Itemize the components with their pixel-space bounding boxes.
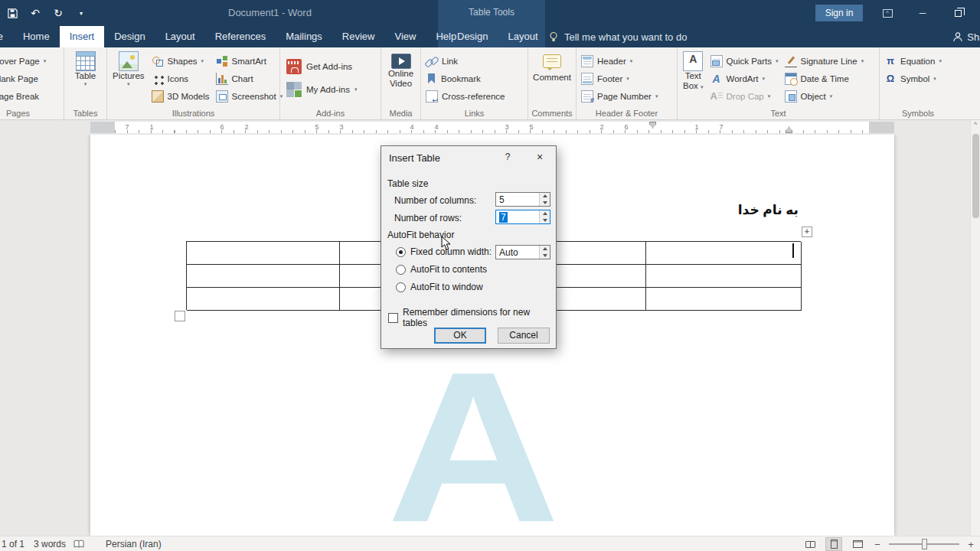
web-layout-button[interactable] <box>849 537 866 551</box>
dialog-title: Insert Table <box>389 152 440 164</box>
table-cell[interactable] <box>187 265 340 288</box>
signature-line-button[interactable]: Signature Line ▾ <box>782 52 867 70</box>
pictures-button[interactable]: Pictures ▾ <box>109 47 149 87</box>
tab-home[interactable]: Home <box>13 26 60 47</box>
undo-button[interactable]: ↶ <box>28 5 43 21</box>
table-move-handle[interactable]: + <box>802 227 812 237</box>
page-indicator[interactable]: 1 of 1 <box>2 539 24 549</box>
chart-button[interactable]: Chart <box>213 70 286 87</box>
ruler-number: 7 <box>125 123 129 131</box>
rows-value[interactable]: 7 <box>499 212 508 223</box>
tab-references[interactable]: References <box>205 26 276 47</box>
tab-layout[interactable]: Layout <box>155 26 205 47</box>
ok-button[interactable]: OK <box>434 328 486 344</box>
date-time-button[interactable]: Date & Time <box>782 70 867 87</box>
get-addins-button[interactable]: Get Add-ins <box>282 55 361 78</box>
scrollbar-up-button[interactable]: ^ <box>971 120 980 131</box>
online-video-button[interactable]: Online Video <box>384 47 417 89</box>
table-cell[interactable] <box>187 242 340 265</box>
language-indicator[interactable]: Persian (Iran) <box>106 539 162 549</box>
rows-spinner[interactable]: 7 <box>495 210 550 224</box>
equation-button[interactable]: π Equation ▾ <box>881 52 945 70</box>
fixed-width-radio[interactable]: Fixed column width: <box>396 246 492 257</box>
tell-me-box[interactable]: Tell me what you want to do <box>548 26 687 47</box>
remember-dimensions-checkbox[interactable]: Remember dimensions for new tables <box>388 307 556 328</box>
zoom-out-button[interactable]: − <box>873 539 882 550</box>
radio-selected-icon <box>396 247 406 257</box>
screenshot-button[interactable]: Screenshot ▾ <box>213 87 286 105</box>
columns-spinner[interactable]: 5 <box>495 192 550 207</box>
wordart-button[interactable]: WordArt ▾ <box>707 70 782 87</box>
object-button[interactable]: Object ▾ <box>782 87 867 105</box>
zoom-in-button[interactable]: + <box>966 539 975 550</box>
my-addins-button[interactable]: My Add-ins ▾ <box>282 78 361 101</box>
print-layout-button[interactable] <box>825 537 842 551</box>
icons-button[interactable]: Icons <box>149 70 213 87</box>
link-button[interactable]: Link <box>423 52 508 70</box>
fixed-width-value[interactable]: Auto <box>496 246 539 259</box>
fixed-width-spinner[interactable]: Auto <box>495 245 550 259</box>
cross-reference-button[interactable]: Cross-reference <box>423 87 508 105</box>
redo-button[interactable]: ↻ <box>51 5 66 21</box>
tab-table-design[interactable]: Design <box>447 26 498 47</box>
read-mode-button[interactable] <box>802 537 818 551</box>
cancel-button[interactable]: Cancel <box>498 328 550 344</box>
tab-insert[interactable]: Insert <box>60 26 105 47</box>
horizontal-ruler[interactable]: 7 1 6 2 5 3 4 4 3 5 2 6 1 7 <box>90 122 894 133</box>
cross-reference-icon <box>426 90 438 103</box>
autofit-contents-radio[interactable]: AutoFit to contents <box>396 264 487 275</box>
spin-up-button[interactable] <box>540 246 550 253</box>
3d-models-button[interactable]: 3D Models <box>149 87 213 105</box>
text-box-button[interactable]: Text Box ▾ <box>679 47 707 91</box>
table-cell[interactable] <box>187 288 340 311</box>
dialog-close-button[interactable]: × <box>528 149 551 165</box>
autofit-window-radio[interactable]: AutoFit to window <box>396 282 483 292</box>
restore-button[interactable] <box>946 5 969 21</box>
tab-design[interactable]: Design <box>104 26 155 47</box>
tab-file[interactable]: File <box>0 26 13 47</box>
tab-table-layout[interactable]: Layout <box>498 26 547 47</box>
minimize-button[interactable]: ─ <box>911 5 934 21</box>
quick-parts-button[interactable]: Quick Parts ▾ <box>707 52 782 70</box>
tab-mailings[interactable]: Mailings <box>276 26 332 47</box>
scrollbar-thumb[interactable] <box>972 134 979 218</box>
header-button[interactable]: Header ▾ <box>578 52 661 70</box>
page-break-button[interactable]: Page Break <box>0 87 49 105</box>
tab-review[interactable]: Review <box>332 26 385 47</box>
spin-up-button[interactable] <box>540 210 550 217</box>
columns-value[interactable]: 5 <box>496 193 539 206</box>
table-button[interactable]: Table ▾ <box>71 47 100 87</box>
blank-page-button[interactable]: Blank Page <box>0 70 49 87</box>
spin-down-button[interactable] <box>540 253 550 259</box>
title-bar: ↶ ↻ ▾ Document1 - Word Table Tools Sign … <box>0 0 980 26</box>
footer-button[interactable]: Footer ▾ <box>578 70 661 87</box>
word-count[interactable]: 3 words <box>34 539 66 549</box>
share-button[interactable]: Share <box>952 26 980 47</box>
bookmark-button[interactable]: Bookmark <box>423 70 508 87</box>
table-resize-handle[interactable] <box>175 311 185 321</box>
zoom-slider-thumb[interactable] <box>922 539 927 549</box>
spin-up-button[interactable] <box>540 193 550 200</box>
table-cell[interactable] <box>646 265 802 288</box>
group-label-text: Text <box>678 109 879 118</box>
spin-down-button[interactable] <box>540 217 550 224</box>
tab-view[interactable]: View <box>384 26 426 47</box>
qat-customize-button[interactable]: ▾ <box>74 5 89 21</box>
comment-button[interactable]: Comment <box>529 47 575 83</box>
symbol-button[interactable]: Ω Symbol ▾ <box>881 70 945 87</box>
save-button[interactable] <box>5 5 20 21</box>
sign-in-button[interactable]: Sign in <box>815 5 863 21</box>
vertical-scrollbar[interactable]: ^ <box>970 120 980 536</box>
page-number-button[interactable]: Page Number ▾ <box>578 87 661 105</box>
spin-down-button[interactable] <box>540 200 550 207</box>
shapes-button[interactable]: Shapes ▾ <box>149 52 213 70</box>
cover-page-button[interactable]: Cover Page ▾ <box>0 52 49 70</box>
ruler-number: 5 <box>529 123 533 131</box>
table-cell[interactable] <box>646 242 802 265</box>
ribbon-display-options-button[interactable]: ^ <box>876 5 899 21</box>
smartart-button[interactable]: SmartArt <box>213 52 286 70</box>
table-cell[interactable] <box>646 288 802 311</box>
proofing-status-button[interactable] <box>74 540 84 551</box>
dialog-help-button[interactable]: ? <box>498 149 518 165</box>
zoom-slider[interactable] <box>889 537 959 551</box>
